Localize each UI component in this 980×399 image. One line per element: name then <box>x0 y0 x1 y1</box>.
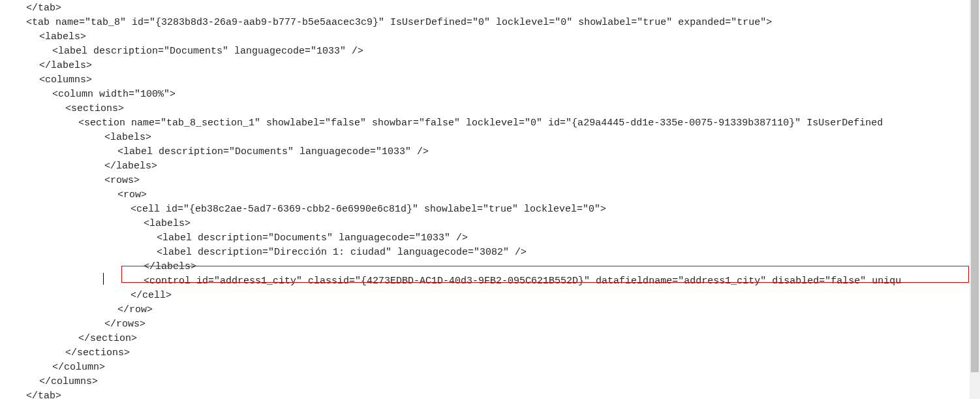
code-line-4[interactable]: </labels> <box>0 59 980 73</box>
code-line-7[interactable]: <sections> <box>0 102 980 116</box>
code-line-23[interactable]: </section> <box>0 332 980 346</box>
code-line-20[interactable]: </cell> <box>0 289 980 303</box>
code-line-1[interactable]: <tab name="tab_8" id="{3283b8d3-26a9-aab… <box>0 16 980 30</box>
code-line-26[interactable]: </columns> <box>0 375 980 389</box>
code-line-13[interactable]: <row> <box>0 188 980 202</box>
vertical-scrollbar-track[interactable] <box>970 0 980 399</box>
text-cursor <box>103 273 104 285</box>
code-line-6[interactable]: <column width="100%"> <box>0 88 980 102</box>
code-line-22[interactable]: </rows> <box>0 317 980 332</box>
code-line-16[interactable]: <label description="Documents" languagec… <box>0 231 980 246</box>
vertical-scrollbar-thumb[interactable] <box>971 0 979 372</box>
code-line-0[interactable]: </tab> <box>0 1 980 16</box>
code-line-27[interactable]: </tab> <box>0 389 980 399</box>
code-line-11[interactable]: </labels> <box>0 159 980 174</box>
code-line-18[interactable]: </labels> <box>0 260 980 274</box>
code-line-21[interactable]: </row> <box>0 303 980 317</box>
code-line-10[interactable]: <label description="Documents" languagec… <box>0 145 980 159</box>
code-line-9[interactable]: <labels> <box>0 131 980 145</box>
code-line-2[interactable]: <labels> <box>0 30 980 44</box>
code-line-3[interactable]: <label description="Documents" languagec… <box>0 44 980 59</box>
code-line-15[interactable]: <labels> <box>0 217 980 231</box>
code-line-5[interactable]: <columns> <box>0 73 980 88</box>
code-line-24[interactable]: </sections> <box>0 346 980 360</box>
code-line-8[interactable]: <section name="tab_8_section_1" showlabe… <box>0 116 980 131</box>
xml-code-block[interactable]: </tab><tab name="tab_8" id="{3283b8d3-26… <box>0 0 980 399</box>
code-line-19[interactable]: <control id="address1_city" classid="{42… <box>0 274 980 289</box>
code-line-17[interactable]: <label description="Dirección 1: ciudad"… <box>0 246 980 260</box>
code-line-25[interactable]: </column> <box>0 360 980 375</box>
code-line-14[interactable]: <cell id="{eb38c2ae-5ad7-6369-cbb2-6e699… <box>0 202 980 217</box>
code-line-12[interactable]: <rows> <box>0 174 980 188</box>
